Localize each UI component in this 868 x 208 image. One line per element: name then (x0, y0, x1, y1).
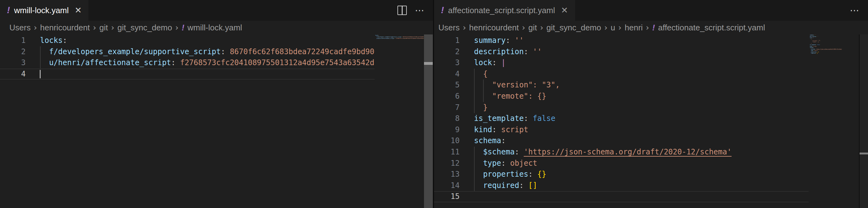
token-pun: : (501, 159, 506, 167)
breadcrumb-item[interactable]: Users (9, 23, 31, 32)
code-line[interactable]: 15 (434, 191, 809, 202)
token-sp (497, 125, 501, 134)
code-line[interactable]: 12 type: object (434, 158, 809, 169)
minimap[interactable]: locks: f/developers_example/supportive_s… (375, 34, 425, 59)
code-line[interactable]: 2 f/developers_example/supportive_script… (0, 46, 375, 58)
tab-bar-left: ! wmill-lock.yaml ✕ ⋯ (0, 0, 433, 21)
token-str: object (510, 159, 537, 167)
scrollbar[interactable] (424, 34, 433, 208)
token-key: locks (40, 36, 63, 45)
code-line[interactable]: 1locks: (0, 35, 375, 46)
token-key: properties (483, 170, 528, 179)
token-str: f2768573cfc204108975501312a4d95e7543a635… (396, 38, 424, 39)
token-link: 'https://json-schema.org/draft/2020-12/s… (524, 148, 732, 156)
line-number: 14 (434, 180, 460, 191)
code-line: required: [] (810, 53, 848, 54)
breadcrumb-separator-icon: › (618, 23, 621, 32)
token-pun: : (492, 58, 497, 67)
token-str: '' (515, 36, 524, 45)
breadcrumb-file-item[interactable]: affectionate_script.script.yaml (658, 23, 765, 32)
code-line[interactable]: 2description: '' (434, 46, 809, 58)
vscode-window: ! wmill-lock.yaml ✕ ⋯ Users›henricourden… (0, 0, 868, 208)
code-line[interactable]: 10schema: (434, 135, 809, 147)
breadcrumb-separator-icon: › (34, 23, 37, 32)
token-sp (474, 181, 483, 190)
token-key: u/henri/affectionate_script (376, 38, 394, 39)
token-key: lock (810, 37, 812, 38)
token-sp (474, 170, 483, 179)
code-line[interactable]: 6 "remote": {} (434, 91, 809, 102)
token-pun: : (492, 125, 497, 134)
code-line[interactable]: 4 (0, 69, 375, 80)
indent-guide (474, 147, 475, 158)
close-tab-icon[interactable]: ✕ (75, 5, 82, 15)
scrollbar[interactable] (859, 34, 868, 208)
breadcrumb-item[interactable]: Users (438, 23, 460, 32)
token-pun: : (506, 36, 510, 45)
code-line[interactable]: 4 { (434, 69, 809, 80)
token-sp (533, 170, 537, 179)
tab-affectionate-script-yaml[interactable]: ! affectionate_script.script.yaml ✕ (434, 0, 575, 21)
token-sp (40, 58, 49, 67)
breadcrumb-item[interactable]: git (528, 23, 537, 32)
code-line[interactable]: 5 "version": "3", (434, 80, 809, 91)
tab-bar-right: ! affectionate_script.script.yaml ✕ ⋯ (434, 0, 868, 21)
code-area[interactable]: 1summary: ''2description: ''3lock: |4 {5… (434, 35, 809, 202)
line-number: 3 (0, 57, 26, 69)
code-line[interactable]: 3lock: | (434, 57, 809, 69)
code-line[interactable]: 1summary: '' (434, 35, 809, 46)
token-bool: false (533, 114, 555, 123)
breadcrumb-item[interactable]: git_sync_demo (118, 23, 172, 32)
close-tab-icon[interactable]: ✕ (561, 5, 568, 15)
line-number: 1 (0, 35, 26, 46)
editor-right[interactable]: 1summary: ''2description: ''3lock: |4 {5… (434, 34, 868, 208)
breadcrumb[interactable]: Users›henricourdent›git›git_sync_demo›u›… (434, 21, 868, 34)
line-number: 11 (434, 147, 460, 158)
split-editor-icon[interactable] (397, 6, 407, 15)
code-line[interactable]: 8is_template: false (434, 113, 809, 124)
token-key: description (810, 36, 816, 37)
token-pun: : (63, 36, 67, 45)
code-line[interactable]: 7 } (434, 102, 809, 113)
token-str: '' (817, 36, 818, 37)
more-actions-icon[interactable]: ⋯ (415, 0, 425, 21)
scrollbar-cursor-marker[interactable] (424, 62, 433, 65)
token-str: '' (815, 34, 816, 36)
scrollbar-cursor-marker[interactable] (860, 153, 868, 154)
token-str: { (810, 39, 811, 40)
token-key: kind (810, 46, 812, 47)
code-line[interactable]: 14 required: [] (434, 180, 809, 191)
indent-guide (474, 169, 475, 180)
code-line[interactable]: 9kind: script (434, 124, 809, 136)
token-str: script (501, 125, 528, 134)
breadcrumb-file-item[interactable]: wmill-lock.yaml (188, 23, 242, 32)
breadcrumb-item[interactable]: henricourdent (40, 23, 90, 32)
code-line[interactable]: 3 u/henri/affectionate_script: f2768573c… (0, 57, 375, 69)
breadcrumb-item[interactable]: git (99, 23, 108, 32)
code-line[interactable]: 13 properties: {} (434, 169, 809, 180)
tab-wmill-lock-yaml[interactable]: ! wmill-lock.yaml ✕ (0, 0, 89, 21)
token-key: lock (474, 58, 492, 67)
code-area[interactable]: 1locks:2 f/developers_example/supportive… (0, 35, 375, 80)
breadcrumb-item[interactable]: henricourdent (469, 23, 519, 32)
editor-group-left: ! wmill-lock.yaml ✕ ⋯ Users›henricourden… (0, 0, 433, 208)
token-pun: : (171, 58, 176, 67)
breadcrumb-separator-icon: › (540, 23, 543, 32)
editor-left[interactable]: 1locks:2 f/developers_example/supportive… (0, 34, 433, 208)
token-key: required (483, 181, 519, 190)
token-pun: : (524, 114, 528, 123)
breadcrumb-item[interactable]: git_sync_demo (547, 23, 601, 32)
breadcrumb-item[interactable]: henri (625, 23, 643, 32)
token-key: summary (474, 36, 506, 45)
breadcrumb-item[interactable]: u (611, 23, 615, 32)
line-number: 12 (434, 158, 460, 169)
token-sp (225, 47, 229, 56)
code-line[interactable]: 11 $schema: 'https://json-schema.org/dra… (434, 147, 809, 158)
token-key: description (474, 47, 524, 56)
minimap[interactable]: summary: ''description: ''lock: | { "ver… (810, 34, 848, 63)
editor-group-right: ! affectionate_script.script.yaml ✕ ⋯ Us… (434, 0, 868, 208)
more-actions-icon[interactable]: ⋯ (850, 0, 860, 21)
token-sp (506, 159, 510, 167)
line-number: 2 (434, 46, 460, 58)
breadcrumb[interactable]: Users›henricourdent›git›git_sync_demo›!w… (0, 21, 433, 34)
